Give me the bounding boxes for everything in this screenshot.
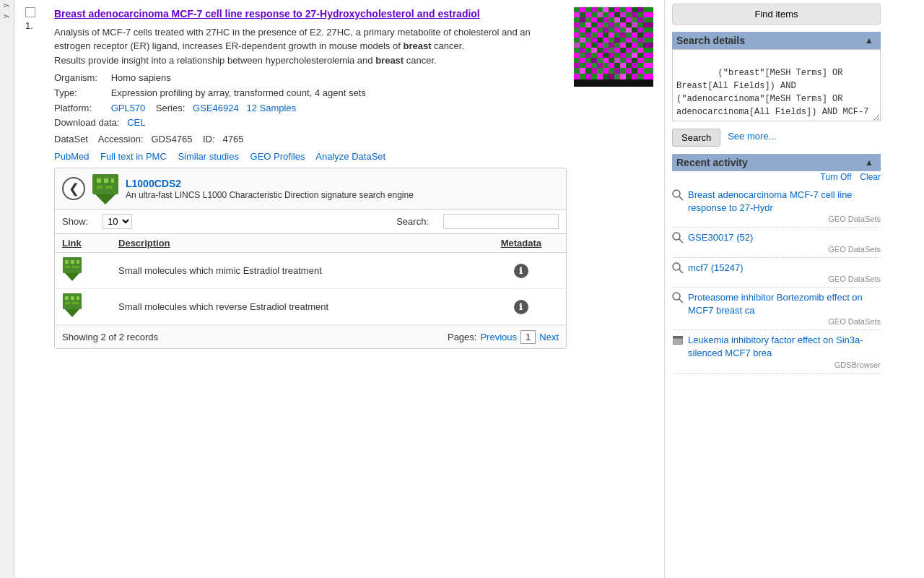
clear-link[interactable]: Clear xyxy=(860,172,881,182)
result-number: 1. xyxy=(25,20,33,31)
widget-header: ❮ xyxy=(55,168,566,210)
svg-rect-138 xyxy=(643,48,653,53)
svg-rect-118 xyxy=(603,43,609,48)
svg-rect-164 xyxy=(643,58,653,63)
widget-metadata-cell[interactable]: ℹ xyxy=(476,253,566,289)
svg-rect-189 xyxy=(637,68,643,74)
pmc-link[interactable]: Full text in PMC xyxy=(100,151,167,162)
result-title-link[interactable]: Breast adenocarcinoma MCF-7 cell line re… xyxy=(54,8,480,20)
platform-link[interactable]: GPL570 xyxy=(111,103,146,113)
result-meta: Organism: Homo sapiens Type: Expression … xyxy=(54,71,567,147)
title-part-3: 27-Hydroxycholesterol xyxy=(305,8,414,20)
organism-label: Organism: xyxy=(54,71,108,86)
activity-item: Proteasome inhibitor Bortezomib effect o… xyxy=(672,288,881,330)
svg-rect-99 xyxy=(643,33,653,38)
geo-profiles-link[interactable]: GEO Profiles xyxy=(250,151,305,162)
series-link[interactable]: GSE46924 xyxy=(193,103,239,113)
widget-nav-btn[interactable]: ❮ xyxy=(62,177,85,200)
widget-footer: Showing 2 of 2 records Pages: Previous 1… xyxy=(55,325,566,348)
find-items-button[interactable]: Find items xyxy=(672,4,881,25)
svg-rect-66 xyxy=(603,22,609,27)
id-label: ID: xyxy=(203,134,215,144)
svg-rect-144 xyxy=(603,53,609,58)
similar-link[interactable]: Similar studies xyxy=(178,151,239,162)
title-part-4: and xyxy=(417,8,438,20)
search-button[interactable]: Search xyxy=(672,129,720,147)
activity-source: GEO DataSets xyxy=(688,215,881,223)
current-page: 1 xyxy=(520,330,536,344)
svg-point-208 xyxy=(673,263,680,270)
svg-rect-203 xyxy=(643,74,653,79)
svg-rect-70 xyxy=(626,22,632,27)
show-label: Show: xyxy=(62,216,88,227)
svg-rect-116 xyxy=(591,43,597,48)
search-details-box[interactable]: ("breast"[MeSH Terms] OR Breast[All Fiel… xyxy=(672,49,881,121)
widget-metadata-cell[interactable]: ℹ xyxy=(476,289,566,325)
turn-off-link[interactable]: Turn Off xyxy=(820,172,851,182)
svg-rect-201 xyxy=(632,74,637,79)
svg-rect-128 xyxy=(585,48,591,53)
svg-line-211 xyxy=(679,299,683,303)
activity-link[interactable]: GSE30017 (52) xyxy=(688,232,753,243)
svg-line-207 xyxy=(679,239,683,243)
activity-link[interactable]: Proteasome inhibitor Bortezomib effect o… xyxy=(688,292,863,316)
svg-rect-151 xyxy=(643,53,653,58)
svg-rect-65 xyxy=(597,22,603,27)
col-metadata: Metadata xyxy=(476,234,566,253)
svg-rect-85 xyxy=(637,27,643,33)
show-select[interactable]: 10 20 50 xyxy=(103,214,132,229)
info-icon[interactable]: ℹ xyxy=(514,300,528,314)
svg-rect-7 xyxy=(63,257,82,273)
svg-rect-197 xyxy=(609,74,614,79)
svg-rect-177 xyxy=(643,63,653,68)
activity-item: mcf7 (15247)GEO DataSets xyxy=(672,258,881,288)
svg-rect-121 xyxy=(620,43,626,48)
svg-rect-20 xyxy=(72,302,79,304)
samples-link[interactable]: 12 Samples xyxy=(247,103,297,113)
recent-activity-controls: Turn Off Clear xyxy=(672,171,881,182)
info-icon[interactable]: ℹ xyxy=(514,264,528,278)
svg-rect-43 xyxy=(620,12,626,17)
svg-rect-36 xyxy=(580,12,585,17)
search-details-scroll-up[interactable]: ▲ xyxy=(862,35,876,46)
widget-description: An ultra-fast LINCS L1000 Characteristic… xyxy=(126,190,414,200)
svg-rect-140 xyxy=(580,53,585,58)
svg-rect-41 xyxy=(609,12,614,17)
download-link[interactable]: CEL xyxy=(127,117,145,128)
svg-rect-88 xyxy=(580,33,585,38)
svg-rect-50 xyxy=(585,17,591,22)
svg-rect-155 xyxy=(591,58,597,63)
see-more-link[interactable]: See more... xyxy=(728,131,776,142)
svg-rect-146 xyxy=(614,53,620,58)
heatmap-image: heatmap placeholder xyxy=(574,7,653,87)
result-number-col: 1. xyxy=(25,7,47,349)
l1000cds2-widget: ❮ xyxy=(54,168,567,349)
analyze-link[interactable]: Analyze DataSet xyxy=(315,151,385,162)
svg-rect-83 xyxy=(626,27,632,33)
widget-title-link[interactable]: L1000CDS2 xyxy=(126,178,181,189)
prev-page-btn[interactable]: Previous xyxy=(480,332,517,342)
recent-activity-scroll-up[interactable]: ▲ xyxy=(862,158,876,168)
widget-link-cell[interactable] xyxy=(55,253,111,289)
search-details-section: Search details ▲ ("breast"[MeSH Terms] O… xyxy=(672,32,881,147)
activity-link[interactable]: Leukemia inhibitory factor effect on Sin… xyxy=(688,335,863,358)
activity-link[interactable]: Breast adenocarcinoma MCF-7 cell line re… xyxy=(688,189,853,213)
svg-rect-181 xyxy=(591,68,597,74)
svg-rect-159 xyxy=(614,58,620,63)
pubmed-link[interactable]: PubMed xyxy=(54,151,89,162)
left-sidebar-text-1: y xyxy=(1,4,12,7)
widget-search-input[interactable] xyxy=(443,214,559,229)
svg-rect-165 xyxy=(574,63,580,68)
result-thumbnail: heatmap placeholder xyxy=(574,7,653,87)
svg-rect-139 xyxy=(574,53,580,58)
svg-rect-37 xyxy=(585,12,591,17)
svg-point-204 xyxy=(673,190,680,197)
activity-link[interactable]: mcf7 (15247) xyxy=(688,262,744,273)
svg-rect-109 xyxy=(626,38,632,43)
type-label: Type: xyxy=(54,86,108,101)
svg-rect-91 xyxy=(597,33,603,38)
next-page-btn[interactable]: Next xyxy=(539,332,559,342)
widget-link-cell[interactable] xyxy=(55,289,111,325)
result-checkbox[interactable] xyxy=(25,7,35,17)
svg-rect-167 xyxy=(585,63,591,68)
